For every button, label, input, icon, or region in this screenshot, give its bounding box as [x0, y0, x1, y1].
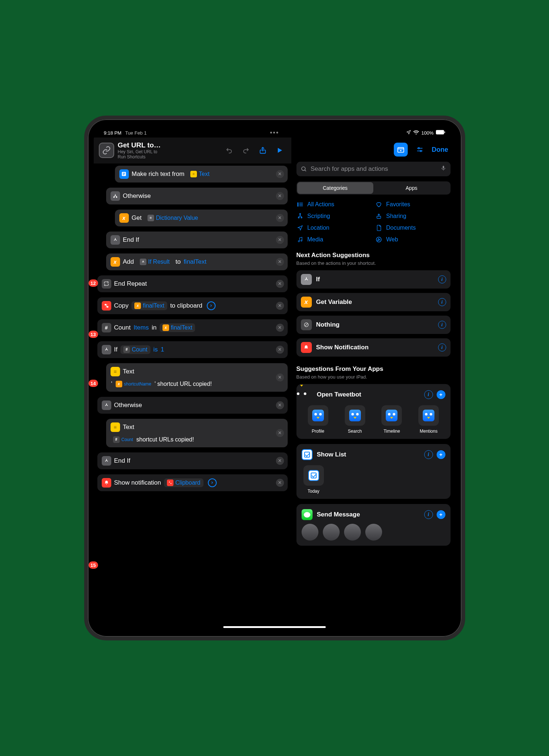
sugg-nothing[interactable]: Nothingi [296, 316, 451, 334]
contact-avatar[interactable] [344, 524, 361, 541]
shortcut-title[interactable]: Get URL to… [118, 141, 219, 149]
text-token[interactable]: ≡Text [187, 170, 212, 178]
shortcutname-token[interactable]: xshortcutName [114, 380, 153, 388]
done-button[interactable]: Done [432, 146, 448, 154]
action-count[interactable]: # Count Items in xfinalText ✕ [97, 319, 288, 336]
action-otherwise-2[interactable]: Otherwise ✕ [97, 397, 288, 414]
action-get-dict-value[interactable]: x Get ≡Dictionary Value ✕ [115, 210, 288, 226]
run-button[interactable] [273, 144, 286, 157]
var-name[interactable]: finalText [184, 258, 206, 266]
info-icon[interactable]: i [424, 450, 433, 459]
tweetbot-profile[interactable]: Profile [302, 405, 335, 434]
remove-icon[interactable]: ✕ [276, 324, 284, 332]
remove-icon[interactable]: ✕ [276, 479, 284, 487]
finaltext-token[interactable]: xfinalText [131, 301, 167, 310]
shortcut-icon[interactable] [99, 143, 114, 158]
val[interactable]: 1 [161, 346, 164, 353]
action-text-1[interactable]: ≡ Text ✕ ' xshortcutName ' shortcut URL … [106, 363, 288, 392]
cat-web[interactable]: Web [375, 236, 451, 243]
tweetbot-search[interactable]: Search [338, 405, 371, 434]
remove-icon[interactable]: ✕ [276, 280, 284, 288]
remove-icon[interactable]: ✕ [276, 214, 284, 222]
contact-avatar[interactable] [302, 524, 318, 541]
svg-point-16 [418, 148, 419, 149]
action-end-if[interactable]: End If ✕ [106, 232, 288, 248]
remove-icon[interactable]: ✕ [276, 170, 284, 178]
action-copy-clipboard[interactable]: Copy xfinalText to clipboard ✕ [97, 297, 288, 314]
action-list[interactable]: Make rich text from ≡Text ✕ Otherwise ✕ … [94, 163, 291, 631]
cat-media[interactable]: Media [296, 236, 372, 243]
action-add-variable[interactable]: x Add If Result to finalText ✕ [106, 253, 288, 270]
sugg-get-variable[interactable]: x Get Variablei [296, 293, 451, 311]
cat-scripting[interactable]: Scripting [296, 213, 372, 219]
cat-location[interactable]: Location [296, 225, 372, 231]
library-button[interactable] [394, 143, 408, 157]
annotation-14: 14 [89, 380, 98, 387]
clipboard-token[interactable]: Clipboard [164, 478, 203, 487]
svg-point-29 [298, 217, 299, 218]
undo-button[interactable] [223, 144, 236, 157]
action-make-rich-text[interactable]: Make rich text from ≡Text ✕ [115, 166, 288, 183]
action-otherwise[interactable]: Otherwise ✕ [106, 188, 288, 204]
things-today[interactable]: Today [302, 465, 326, 494]
seg-categories[interactable]: Categories [297, 182, 374, 194]
action-label: End If [123, 236, 139, 244]
action-show-notification[interactable]: Show notification Clipboard ✕ [97, 474, 288, 491]
remove-icon[interactable]: ✕ [276, 346, 284, 354]
add-icon[interactable]: + [437, 450, 445, 459]
redo-button[interactable] [239, 144, 253, 157]
app-title[interactable]: Send Message [317, 511, 360, 518]
info-icon[interactable]: i [438, 321, 446, 329]
remove-icon[interactable]: ✕ [276, 457, 284, 465]
dict-token[interactable]: ≡Dictionary Value [145, 214, 201, 222]
remove-icon[interactable]: ✕ [276, 302, 284, 310]
info-icon[interactable]: i [424, 510, 433, 519]
tweetbot-timeline[interactable]: Timeline [375, 405, 408, 434]
action-text-2[interactable]: ≡ Text ✕ #Count shortcut URLs copied! [106, 419, 288, 447]
mic-icon[interactable] [441, 165, 446, 173]
expand-icon[interactable] [207, 301, 216, 310]
cat-documents[interactable]: Documents [375, 225, 451, 231]
info-icon[interactable]: i [424, 390, 433, 399]
remove-icon[interactable]: ✕ [276, 401, 284, 409]
home-indicator[interactable] [223, 626, 326, 628]
cat-favorites[interactable]: Favorites [375, 201, 451, 208]
text-content[interactable]: #Count shortcut URLs copied! [111, 436, 283, 444]
contact-avatar[interactable] [323, 524, 340, 541]
share-button[interactable] [256, 144, 269, 157]
sugg-show-notification[interactable]: Show Notificationi [296, 338, 451, 357]
sugg-if[interactable]: Ifi [296, 270, 451, 289]
cat-sharing[interactable]: Sharing [375, 213, 451, 219]
seg-apps[interactable]: Apps [373, 182, 450, 194]
info-icon[interactable]: i [438, 298, 446, 306]
remove-icon[interactable]: ✕ [276, 236, 284, 244]
search-input[interactable]: Search for apps and actions [296, 162, 451, 176]
count-token[interactable]: #Count [120, 345, 150, 354]
app-title[interactable]: Open Tweetbot [317, 391, 362, 398]
action-end-repeat[interactable]: End Repeat ✕ [97, 275, 288, 292]
info-icon[interactable]: i [438, 343, 446, 351]
info-icon[interactable]: i [438, 275, 446, 283]
finaltext-token[interactable]: xfinalText [160, 323, 195, 332]
settings-button[interactable] [413, 143, 427, 157]
segment-control[interactable]: Categories Apps [296, 181, 451, 195]
app-title[interactable]: Show List [317, 451, 346, 458]
if-result-token[interactable]: If Result [137, 257, 173, 266]
contact-avatar[interactable] [365, 524, 382, 541]
add-icon[interactable]: + [437, 510, 445, 519]
action-end-if-2[interactable]: End If ✕ [97, 452, 288, 469]
remove-icon[interactable]: ✕ [276, 258, 284, 266]
expand-icon[interactable] [208, 478, 217, 487]
items-param[interactable]: Items [134, 324, 149, 331]
count-token[interactable]: #Count [111, 436, 135, 444]
cat-all-actions[interactable]: All Actions [296, 201, 372, 208]
op[interactable]: is [153, 346, 158, 353]
action-if[interactable]: If #Count is 1 ✕ [97, 341, 288, 358]
text-content[interactable]: ' xshortcutName ' shortcut URL copied! [111, 380, 283, 388]
multitask-icon[interactable]: ••• [270, 129, 279, 137]
remove-icon[interactable]: ✕ [276, 373, 284, 381]
remove-icon[interactable]: ✕ [276, 192, 284, 200]
remove-icon[interactable]: ✕ [276, 429, 284, 437]
add-icon[interactable]: + [437, 390, 445, 399]
tweetbot-mentions[interactable]: Mentions [412, 405, 445, 434]
